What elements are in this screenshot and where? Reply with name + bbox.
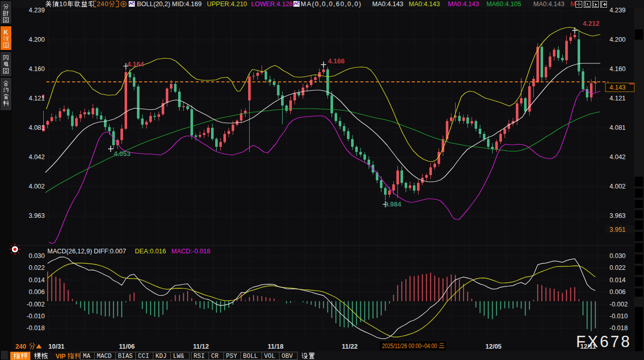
svg-text:UPPER:4.210: UPPER:4.210 bbox=[207, 1, 247, 8]
svg-text:11/18: 11/18 bbox=[268, 343, 284, 350]
svg-text:BOLL: BOLL bbox=[243, 353, 258, 360]
svg-text:0.006: 0.006 bbox=[29, 288, 45, 296]
svg-text:4.042: 4.042 bbox=[610, 153, 625, 161]
svg-text:0.030: 0.030 bbox=[610, 252, 625, 260]
svg-text:FX678: FX678 bbox=[576, 333, 632, 350]
svg-text:4.081: 4.081 bbox=[29, 124, 45, 131]
svg-text:4.200: 4.200 bbox=[610, 36, 625, 43]
svg-text:PSY: PSY bbox=[226, 353, 237, 360]
svg-text:VOL: VOL bbox=[264, 353, 275, 360]
svg-text:4.164: 4.164 bbox=[127, 60, 144, 68]
svg-text:0.030: 0.030 bbox=[29, 252, 45, 260]
svg-text:4.166: 4.166 bbox=[328, 57, 345, 65]
svg-text:3.984: 3.984 bbox=[385, 200, 402, 208]
svg-text:BOLL(20,2): BOLL(20,2) bbox=[137, 1, 170, 8]
svg-text:MACD:-0.018: MACD:-0.018 bbox=[171, 248, 211, 255]
svg-text:-0.002: -0.002 bbox=[27, 301, 45, 308]
svg-text:CCI: CCI bbox=[138, 353, 149, 360]
svg-text:MA0:4.143: MA0:4.143 bbox=[533, 1, 565, 8]
svg-text:4.212: 4.212 bbox=[583, 20, 600, 27]
svg-text:0: 0 bbox=[63, 1, 67, 8]
svg-text:0.022: 0.022 bbox=[29, 264, 45, 271]
svg-text:1: 1 bbox=[59, 1, 63, 8]
svg-text:0: 0 bbox=[105, 1, 108, 8]
svg-text:MACD: MACD bbox=[97, 353, 112, 360]
svg-text:4.143: 4.143 bbox=[610, 84, 625, 91]
svg-text:4.121: 4.121 bbox=[610, 95, 625, 102]
svg-text:2: 2 bbox=[97, 1, 100, 8]
svg-text:DEA:0.016: DEA:0.016 bbox=[135, 248, 166, 255]
svg-text:4: 4 bbox=[101, 1, 105, 8]
svg-text:-0.002: -0.002 bbox=[610, 301, 628, 308]
svg-text:MA(0,0,0,60,0,0): MA(0,0,0,60,0,0) bbox=[301, 1, 362, 8]
svg-text:2025/11/26 00:00~04:00: 2025/11/26 00:00~04:00 bbox=[382, 342, 437, 350]
svg-text:4.160: 4.160 bbox=[610, 65, 625, 73]
svg-text:4.160: 4.160 bbox=[29, 65, 45, 73]
svg-text:MA60:4.105: MA60:4.105 bbox=[486, 1, 521, 8]
svg-text:KDJ: KDJ bbox=[155, 353, 167, 360]
svg-text:CR: CR bbox=[211, 353, 218, 360]
svg-text:MID:4.169: MID:4.169 bbox=[172, 1, 202, 8]
svg-text:VIP: VIP bbox=[56, 353, 65, 360]
svg-text:10/31: 10/31 bbox=[48, 343, 64, 350]
svg-text:MACD(26,12,9) DIFF:0.007: MACD(26,12,9) DIFF:0.007 bbox=[47, 248, 126, 255]
svg-text:0.006: 0.006 bbox=[610, 288, 625, 296]
svg-text:MA: MA bbox=[83, 353, 91, 360]
svg-text:4.002: 4.002 bbox=[29, 183, 45, 190]
svg-text:11/06: 11/06 bbox=[119, 343, 135, 350]
svg-text:BIAS: BIAS bbox=[118, 353, 133, 360]
svg-text:MA0:4.143: MA0:4.143 bbox=[448, 1, 479, 8]
svg-text:RSI: RSI bbox=[194, 353, 205, 360]
svg-text:MA0:4.143: MA0:4.143 bbox=[409, 1, 440, 8]
svg-text:LW&: LW& bbox=[173, 353, 184, 360]
svg-text:240: 240 bbox=[15, 343, 26, 350]
svg-text:4.121: 4.121 bbox=[29, 95, 45, 102]
svg-text:3.963: 3.963 bbox=[610, 212, 625, 219]
svg-text:MA0:4.143: MA0:4.143 bbox=[372, 1, 404, 8]
svg-text:4.200: 4.200 bbox=[29, 36, 45, 43]
svg-text:0.014: 0.014 bbox=[29, 277, 45, 284]
svg-text:4.053: 4.053 bbox=[114, 150, 131, 158]
svg-text:4.081: 4.081 bbox=[610, 124, 625, 131]
svg-text:4.002: 4.002 bbox=[610, 183, 625, 190]
svg-text:4.239: 4.239 bbox=[29, 7, 45, 14]
svg-text:4.042: 4.042 bbox=[29, 153, 45, 161]
svg-text:11/12: 11/12 bbox=[193, 343, 209, 350]
svg-text:12/05: 12/05 bbox=[485, 343, 501, 350]
svg-text:0.014: 0.014 bbox=[610, 277, 625, 284]
svg-text:-0.018: -0.018 bbox=[27, 324, 45, 332]
svg-text:LOWER:4.128: LOWER:4.128 bbox=[251, 1, 293, 8]
svg-text:3.963: 3.963 bbox=[29, 212, 45, 219]
svg-text:0.022: 0.022 bbox=[610, 264, 625, 271]
svg-text:OBV: OBV bbox=[282, 353, 293, 360]
svg-text:4.239: 4.239 bbox=[610, 7, 625, 14]
svg-text:-0.010: -0.010 bbox=[27, 313, 45, 320]
svg-text:11/22: 11/22 bbox=[342, 343, 358, 350]
svg-text:K: K bbox=[4, 29, 8, 36]
svg-text:-0.018: -0.018 bbox=[610, 324, 628, 332]
svg-text:-0.010: -0.010 bbox=[610, 313, 628, 320]
svg-text:3.951: 3.951 bbox=[610, 226, 625, 233]
